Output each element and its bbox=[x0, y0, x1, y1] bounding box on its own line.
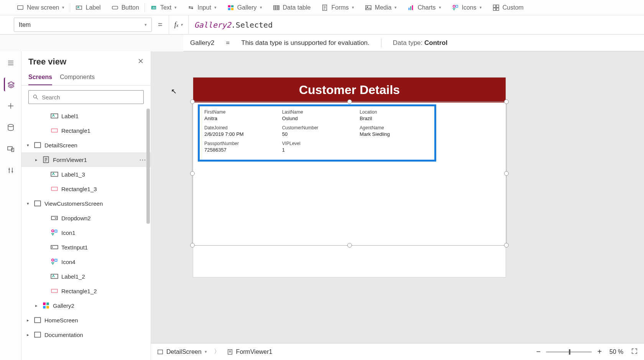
datatable-button[interactable]: Data table bbox=[268, 0, 316, 15]
tree-node-label: Rectangle1_3 bbox=[61, 186, 97, 192]
tree-node-rectangle1[interactable]: Rectangle1 bbox=[21, 123, 151, 138]
breadcrumb-control[interactable]: FormViewer1 bbox=[227, 348, 273, 355]
tree-node-viewcustomersscreen[interactable]: ▾ ViewCustomersScreen bbox=[21, 196, 151, 211]
resize-handle[interactable] bbox=[504, 171, 509, 176]
chevron-right-icon[interactable]: ▸ bbox=[34, 303, 39, 308]
button-button[interactable]: Button bbox=[106, 0, 145, 15]
zoom-out-button[interactable]: − bbox=[536, 347, 541, 356]
svg-rect-40 bbox=[55, 259, 57, 261]
resize-handle[interactable] bbox=[190, 243, 195, 248]
treeview-tab-button[interactable] bbox=[4, 78, 18, 91]
chevron-down-icon: ▾ bbox=[214, 5, 217, 10]
resize-handle[interactable] bbox=[190, 99, 195, 104]
tree-node-detailscreen[interactable]: ▾ DetailScreen bbox=[21, 138, 151, 152]
tree-node-formviewer1[interactable]: ▸ FormViewer1 ⋯ bbox=[21, 152, 151, 167]
tree-node-label: Icon4 bbox=[61, 259, 76, 265]
tab-screens[interactable]: Screens bbox=[28, 71, 52, 85]
tree-node-icon4[interactable]: Icon4 bbox=[21, 254, 151, 269]
zoom-slider[interactable] bbox=[546, 351, 592, 353]
media-tab-button[interactable] bbox=[4, 142, 18, 156]
tree-search[interactable] bbox=[28, 90, 144, 104]
tree-node-label: Gallery2 bbox=[53, 302, 74, 309]
form-field: LocationBrazil bbox=[360, 109, 430, 124]
gallery-button[interactable]: Gallery ▾ bbox=[222, 0, 268, 15]
charts-button[interactable]: Charts ▾ bbox=[402, 0, 446, 15]
text-button[interactable]: Ab Text ▾ bbox=[145, 0, 182, 15]
tree-node-documentation[interactable]: ▸ Documentation bbox=[21, 327, 151, 342]
tree-node-textinput1[interactable]: TextInput1 bbox=[21, 240, 151, 254]
form-field: AgentNameMark Siedling bbox=[360, 125, 430, 139]
tree-node-icon1[interactable]: Icon1 bbox=[21, 225, 151, 240]
scrollbar-thumb[interactable] bbox=[146, 109, 150, 224]
field-label: FirstName bbox=[204, 109, 274, 115]
field-label: AgentName bbox=[360, 125, 430, 130]
hamburger-button[interactable] bbox=[4, 56, 18, 70]
chevron-right-icon[interactable]: ▸ bbox=[34, 157, 39, 162]
tools-tab-button[interactable] bbox=[4, 163, 18, 177]
field-value: 1 bbox=[282, 147, 352, 153]
icons-button[interactable]: Icons ▾ bbox=[447, 0, 487, 15]
svg-rect-22 bbox=[493, 8, 496, 10]
fit-to-screen-button[interactable] bbox=[631, 348, 638, 356]
eval-message: This data type is unsupported for evalua… bbox=[241, 39, 370, 47]
form-field: CustomerNumber50 bbox=[282, 125, 352, 139]
tree: Label1 Rectangle1 ▾ DetailScreen ▸ FormV… bbox=[21, 109, 151, 360]
new-screen-button[interactable]: New screen ▾ bbox=[12, 0, 70, 15]
svg-rect-2 bbox=[112, 6, 117, 9]
slider-thumb[interactable] bbox=[569, 349, 570, 355]
tree-node-label1-2[interactable]: Label1_2 bbox=[21, 269, 151, 284]
forms-button[interactable]: Forms ▾ bbox=[316, 0, 359, 15]
tree-node-label: HomeScreen bbox=[44, 317, 78, 324]
tree-node-gallery2[interactable]: ▸ Gallery2 bbox=[21, 298, 151, 313]
media-button[interactable]: Media ▾ bbox=[360, 0, 402, 15]
chevron-right-icon[interactable]: ▸ bbox=[25, 318, 31, 323]
tree-node-label: Label1_3 bbox=[61, 171, 85, 178]
form-viewer[interactable]: FirstNameAnitraLastNameOslundLocationBra… bbox=[198, 104, 436, 162]
resize-handle[interactable] bbox=[190, 171, 195, 176]
label-icon bbox=[51, 112, 58, 119]
tree-node-dropdown2[interactable]: Dropdown2 bbox=[21, 211, 151, 225]
rectangle-icon bbox=[51, 127, 58, 134]
forms-icon bbox=[321, 4, 328, 11]
formula-input[interactable]: Gallery2.Selected bbox=[189, 15, 644, 34]
label-button[interactable]: Label bbox=[70, 0, 106, 15]
tree-node-label: Label1_2 bbox=[61, 273, 85, 280]
input-button[interactable]: Input ▾ bbox=[182, 0, 222, 15]
expand-icon bbox=[631, 348, 638, 355]
text-icon: Ab bbox=[150, 4, 157, 11]
svg-rect-48 bbox=[34, 332, 41, 337]
canvas[interactable]: ↖ Customer Details FirstNameAnitraLastNa… bbox=[151, 51, 644, 360]
tree-search-input[interactable] bbox=[42, 94, 140, 101]
chevron-down-icon: ▾ bbox=[352, 5, 354, 10]
data-tab-button[interactable] bbox=[4, 121, 18, 134]
resize-handle[interactable] bbox=[347, 243, 352, 248]
icons-label: Icons bbox=[462, 4, 476, 11]
svg-rect-21 bbox=[496, 5, 499, 7]
tree-node-label1-3[interactable]: Label1_3 bbox=[21, 167, 151, 182]
chevron-down-icon[interactable]: ▾ bbox=[25, 143, 31, 148]
tree-node-rectangle1-3[interactable]: Rectangle1_3 bbox=[21, 182, 151, 196]
custom-button[interactable]: Custom bbox=[487, 0, 529, 15]
svg-rect-7 bbox=[228, 5, 230, 7]
resize-handle[interactable] bbox=[347, 99, 352, 104]
field-label: DateJoined bbox=[204, 125, 274, 130]
fx-button[interactable]: fx ▾ bbox=[169, 15, 189, 34]
tree-node-homescreen[interactable]: ▸ HomeScreen bbox=[21, 313, 151, 327]
more-button[interactable]: ⋯ bbox=[139, 155, 147, 164]
chevron-down-icon[interactable]: ▾ bbox=[25, 201, 31, 206]
insert-tab-button[interactable] bbox=[4, 99, 18, 113]
chevron-right-icon[interactable]: ▸ bbox=[25, 332, 31, 337]
close-panel-button[interactable] bbox=[138, 58, 144, 66]
tree-node-label1[interactable]: Label1 bbox=[21, 109, 151, 123]
svg-rect-41 bbox=[51, 274, 58, 278]
property-dropdown[interactable]: Item ▾ bbox=[14, 18, 152, 32]
resize-handle[interactable] bbox=[504, 99, 509, 104]
breadcrumb-screen[interactable]: DetailScreen ▾ bbox=[157, 348, 207, 355]
zoom-in-button[interactable]: + bbox=[597, 347, 602, 356]
label-icon bbox=[76, 4, 82, 11]
tab-components[interactable]: Components bbox=[60, 71, 95, 85]
left-rail bbox=[0, 51, 21, 360]
tree-view-tabs: Screens Components bbox=[21, 69, 151, 86]
tree-node-rectangle1-2[interactable]: Rectangle1_2 bbox=[21, 284, 151, 298]
resize-handle[interactable] bbox=[504, 243, 509, 248]
